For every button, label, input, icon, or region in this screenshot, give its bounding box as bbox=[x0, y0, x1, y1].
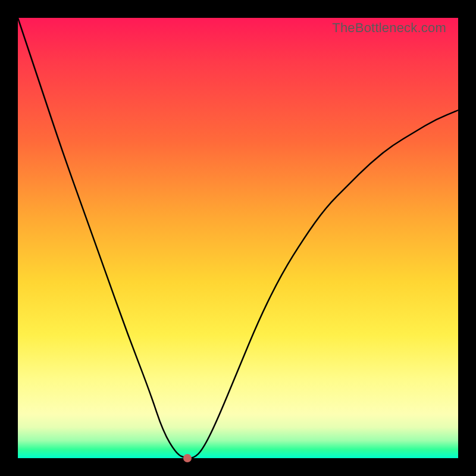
bottleneck-curve bbox=[18, 18, 458, 458]
minimum-marker-dot bbox=[183, 454, 192, 462]
plot-area: TheBottleneck.com bbox=[18, 18, 458, 458]
chart-frame: TheBottleneck.com bbox=[0, 0, 476, 476]
